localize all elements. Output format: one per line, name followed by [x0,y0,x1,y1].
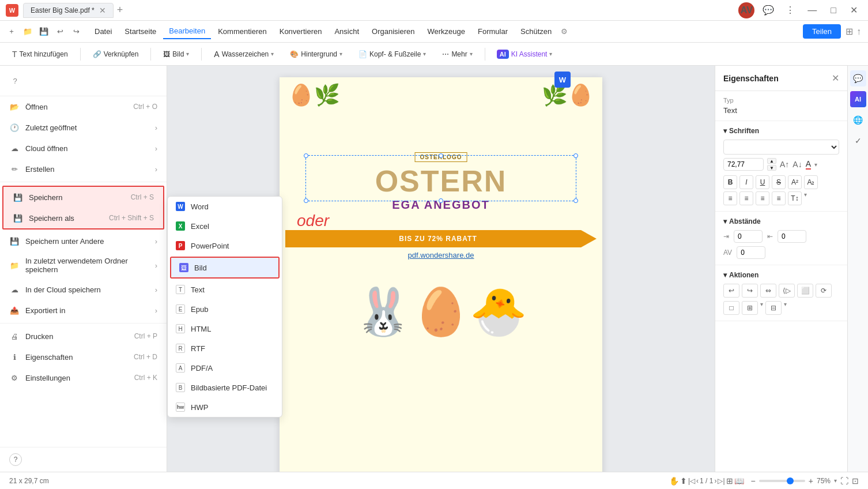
menu-werkzeuge[interactable]: Werkzeuge [422,24,471,39]
menu-item-print[interactable]: 🖨 Drucken Ctrl + P [0,326,167,347]
font-size-input[interactable] [723,158,764,171]
view-mode-button[interactable]: ⊡ [852,476,859,486]
active-tab[interactable]: Easter Big Sale.pdf * ✕ [23,3,114,18]
arrange-dropdown[interactable]: ▾ [784,301,787,315]
user-avatar[interactable]: AV [738,2,754,18]
flip-v-button[interactable]: ⟨▷ [779,284,795,298]
superscript-button[interactable]: A² [788,175,802,189]
redo-action-button[interactable]: ↪ [742,284,758,298]
font-size-down-icon[interactable]: A↓ [792,160,802,169]
menu-item-recent[interactable]: 🕐 Zuletzt geöffnet › [0,117,167,138]
menu-formular[interactable]: Formular [472,24,514,39]
align-right-button[interactable]: ≡ [756,191,769,205]
spacing-char-input[interactable] [737,246,765,259]
chat-icon[interactable]: 💬 [759,3,778,17]
next-page[interactable]: › [714,477,716,485]
align-justify-button[interactable]: ≡ [772,191,786,205]
text-direction-button[interactable]: T↕ [788,191,802,205]
header-footer-button[interactable]: 📄 Kopf- & Fußzeile ▾ [352,47,432,61]
zoom-thumb[interactable] [787,477,794,484]
arrange-button[interactable]: ⊟ [765,301,782,315]
text-add-button[interactable]: T Text hinzufügen [6,47,74,62]
menu-item-cloud-open[interactable]: ☁ Cloud öffnen › [0,138,167,159]
maximize-button[interactable]: □ [826,4,841,17]
font-color-dropdown[interactable]: ▾ [814,161,817,168]
tab-close-button[interactable]: ✕ [99,6,106,15]
menu-item-cloud-save[interactable]: ☁ In der Cloud speichern › [0,279,167,300]
submenu-bildbasiert[interactable]: B Bildbasierte PDF-Datei [168,378,282,397]
submenu-hwp[interactable]: hw HWP [168,397,282,417]
minimize-button[interactable]: — [803,4,821,17]
font-family-select[interactable] [723,140,839,155]
add-tab-button[interactable]: + [117,4,123,16]
zoom-out-button[interactable]: − [751,476,756,486]
submenu-bild[interactable]: 🖼 Bild [171,258,278,277]
font-size-decrease[interactable]: ▼ [767,165,776,171]
new-file-icon[interactable]: + [5,25,18,39]
next-page-end[interactable]: ▷| [718,477,724,485]
align-center-button[interactable]: ≡ [739,191,753,205]
subscript-button[interactable]: A₂ [804,175,818,189]
menu-item-properties[interactable]: ℹ Eigenschaften Ctrl + D [0,347,167,367]
menu-item-export[interactable]: 📤 Exportiert in › [0,300,167,321]
submenu-pdfa[interactable]: A PDF/A [168,358,282,378]
spacing-left-input[interactable] [734,230,763,243]
font-size-increase[interactable]: ▲ [767,158,776,164]
font-size-up-icon[interactable]: A↑ [780,160,789,169]
undo-action-button[interactable]: ↩ [723,284,739,298]
actions-section-header[interactable]: ▾ Aktionen [723,271,839,279]
align-left-button[interactable]: ≡ [723,191,737,205]
settings-cog-icon[interactable]: ⚙ [561,27,568,36]
prev-page-start[interactable]: |◁ [688,477,695,485]
menu-item-save-folder[interactable]: 📁 In zuletzt verwendetem Ordner speicher… [0,251,167,279]
sidebar-check-icon[interactable]: ✓ [850,133,866,149]
hand-tool-icon[interactable]: ✋ [669,476,679,486]
menu-bearbeiten[interactable]: Bearbeiten [163,24,211,39]
font-color-button[interactable]: A [806,159,811,170]
sidebar-translate-icon[interactable]: 🌐 [850,112,866,128]
submenu-epub[interactable]: E Epub [168,299,282,319]
cloud-upload-icon[interactable]: ↑ [856,27,861,37]
image-button[interactable]: 🖼 Bild ▾ [157,47,195,61]
menu-item-create[interactable]: ✏ Erstellen › [0,159,167,179]
zoom-dropdown[interactable]: ▾ [834,477,837,484]
more-button[interactable]: ⋯ Mehr ▾ [436,47,478,61]
menu-ansicht[interactable]: Ansicht [329,24,365,39]
submenu-excel[interactable]: X Excel [168,216,282,236]
help-question-icon[interactable]: ? [9,453,22,466]
open-folder-icon[interactable]: 📁 [21,25,35,39]
ai-assistant-button[interactable]: AI KI Assistent ▾ [491,47,558,61]
submenu-html[interactable]: H HTML [168,319,282,338]
reading-mode[interactable]: 📖 [734,476,744,486]
link-button[interactable]: 🔗 Verknüpfen [86,47,145,61]
flip-h-button[interactable]: ⇔ [760,284,776,298]
bold-button[interactable]: B [723,175,737,189]
submenu-rtf[interactable]: R RTF [168,338,282,358]
share-button[interactable]: Teilen [803,24,841,39]
zoom-slider[interactable] [759,480,805,482]
more-options-icon[interactable]: ⋮ [782,3,798,17]
submenu-word[interactable]: W Word [168,197,282,216]
properties-close-button[interactable]: ✕ [832,73,839,84]
spacing-right-input[interactable] [778,230,806,243]
undo-icon[interactable]: ↩ [53,25,67,39]
select-tool-icon[interactable]: ⬆ [680,476,687,486]
menu-item-save-as[interactable]: 💾 Speichern als Ctrl + Shift + S [3,208,163,228]
align-distribute-button[interactable]: ⊞ [742,301,758,315]
help-icon[interactable]: ? [7,73,23,89]
thumbnail-view[interactable]: ⊞ [726,476,733,486]
text-dir-dropdown[interactable]: ▾ [804,191,807,205]
crop-button[interactable]: ⬜ [797,284,813,298]
italic-button[interactable]: I [739,175,753,189]
menu-item-save-under[interactable]: 💾 Speichern unter Andere › [0,231,167,251]
align-distribute-dropdown[interactable]: ▾ [760,301,763,315]
menu-organisieren[interactable]: Organisieren [366,24,420,39]
fullscreen-button[interactable]: ⛶ [840,476,848,486]
menu-konvertieren[interactable]: Konvertieren [274,24,328,39]
close-button[interactable]: ✕ [846,3,862,17]
fonts-section-header[interactable]: ▾ Schriften [723,127,839,135]
replace-button[interactable]: ⟳ [816,284,832,298]
menu-item-save[interactable]: 💾 Speichern Ctrl + S [3,187,163,208]
sidebar-chat-icon[interactable]: 💬 [850,70,866,86]
menu-startseite[interactable]: Startseite [119,24,162,39]
